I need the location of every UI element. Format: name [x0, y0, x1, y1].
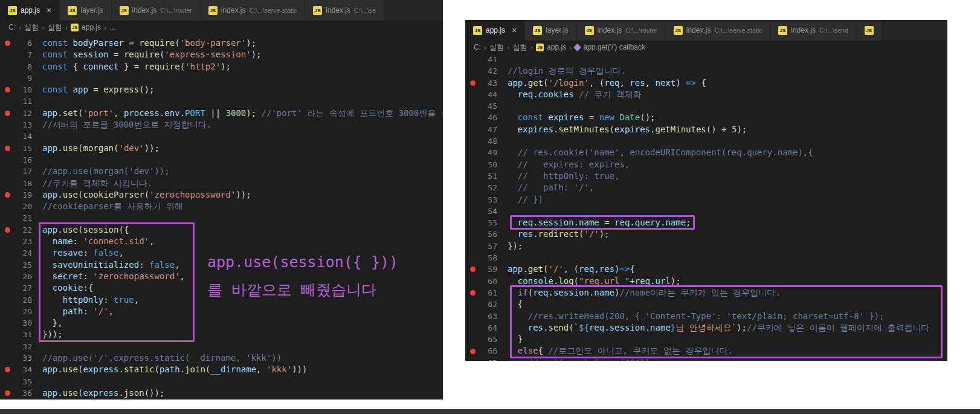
breadcrumb-item[interactable]: JSapp.js: [71, 23, 101, 31]
code-line[interactable]: 30 },: [0, 317, 443, 329]
breadcrumb-item[interactable]: ...: [109, 23, 115, 31]
breakpoint-dot[interactable]: [470, 302, 475, 307]
breakpoint-dot[interactable]: [470, 255, 475, 260]
breakpoint-dot[interactable]: [5, 250, 10, 256]
code-line[interactable]: 12app.set('port', process.env.PORT || 30…: [0, 108, 443, 119]
code-line[interactable]: 47 expires.setMinutes(expires.getMinutes…: [465, 124, 947, 135]
breakpoint-dot[interactable]: [470, 197, 475, 202]
code-line[interactable]: 22app.use(session({: [0, 224, 443, 236]
code-line[interactable]: 15app.use(morgan('dev'));: [0, 143, 443, 154]
breakpoint-dot[interactable]: [5, 262, 10, 268]
breakpoint-dot[interactable]: [5, 99, 10, 105]
code-line[interactable]: 21: [0, 212, 443, 224]
code-line[interactable]: 64 res.send(`${req.session.name}님 안녕하세요`…: [465, 322, 947, 334]
tab-app.js[interactable]: JSapp.js×: [0, 0, 60, 21]
breakpoint-dot[interactable]: [5, 192, 10, 198]
code-line[interactable]: 9: [0, 73, 443, 84]
code-line[interactable]: 36app.use(express.json());: [0, 387, 443, 399]
breakpoint-dot[interactable]: [5, 239, 10, 244]
breakpoint-dot[interactable]: [470, 150, 475, 156]
breakpoint-dot[interactable]: [470, 267, 475, 272]
code-line[interactable]: 42//login 경로의 경우입니다.: [465, 65, 947, 77]
code-line[interactable]: 48: [465, 135, 947, 147]
breakpoint-dot[interactable]: [470, 138, 475, 144]
breakpoint-dot[interactable]: [470, 232, 475, 238]
breakpoint-dot[interactable]: [5, 320, 10, 326]
code-line[interactable]: 33//app.use('/',express.static(__dirname…: [0, 352, 443, 364]
breakpoint-dot[interactable]: [5, 216, 10, 221]
code-line[interactable]: 18//쿠키를 객체화 시킵니다.: [0, 178, 443, 189]
code-line[interactable]: 31}));: [0, 329, 443, 340]
code-line[interactable]: 20//cookieparser를 사용하기 위해: [0, 201, 443, 212]
code-line[interactable]: 19app.use(cookieParser('zerochopassword'…: [0, 189, 443, 201]
tab-index.js[interactable]: JSindex.jsC:\...\router: [577, 20, 666, 40]
code-line[interactable]: 50 // expires: expires,: [465, 159, 947, 170]
breakpoint-dot[interactable]: [470, 92, 475, 97]
breakpoint-dot[interactable]: [470, 57, 475, 62]
code-line[interactable]: 43app.get('/login', (req, res, next) => …: [465, 77, 947, 89]
breakpoint-dot[interactable]: [470, 349, 475, 354]
breakpoint-dot[interactable]: [470, 244, 475, 249]
close-icon[interactable]: ×: [47, 6, 51, 15]
tab-layer.js[interactable]: JSlayer.js: [525, 20, 576, 40]
breakpoint-dot[interactable]: [470, 127, 475, 132]
breakpoint-dot[interactable]: [470, 80, 475, 86]
code-editor[interactable]: 6const bodyParser = require('body-parser…: [0, 34, 443, 399]
code-line[interactable]: 58: [465, 252, 947, 264]
code-line[interactable]: 56 res.redirect('/');: [465, 228, 947, 240]
breakpoint-dot[interactable]: [5, 367, 10, 372]
breakpoint-dot[interactable]: [470, 325, 475, 331]
breadcrumb-item[interactable]: 실험: [48, 22, 62, 33]
tab-app.js[interactable]: JSapp.js×: [465, 20, 525, 40]
code-line[interactable]: 34app.use(express.static(path.join(__dir…: [0, 364, 443, 375]
code-line[interactable]: 32: [0, 341, 443, 352]
code-line[interactable]: 6const bodyParser = require('body-parser…: [0, 37, 443, 49]
breakpoint-dot[interactable]: [5, 204, 10, 209]
code-line[interactable]: 11: [0, 95, 443, 107]
code-line[interactable]: 35: [0, 376, 443, 387]
breadcrumb-item[interactable]: C:: [8, 23, 16, 31]
breadcrumb-item[interactable]: 실험: [24, 22, 39, 33]
code-line[interactable]: 55 req.session.name = req.query.name;: [465, 217, 947, 228]
breakpoint-dot[interactable]: [470, 115, 475, 121]
code-line[interactable]: 66 else{ //로그인도 아니고, 쿠키도 없는 경우입니다.: [465, 345, 947, 357]
tab-partial[interactable]: JS: [857, 20, 882, 40]
breakpoint-dot[interactable]: [5, 64, 10, 70]
breakpoint-dot[interactable]: [470, 162, 475, 167]
breakpoint-dot[interactable]: [470, 314, 475, 319]
code-line[interactable]: 52 // path: '/',: [465, 182, 947, 193]
code-line[interactable]: 45: [465, 100, 947, 112]
code-line[interactable]: 54: [465, 205, 947, 217]
tab-index.js[interactable]: JSindex.jsC:\...\serve-static: [666, 20, 770, 40]
code-line[interactable]: 23 name: 'connect.sid',: [0, 236, 443, 247]
code-line[interactable]: 67 //next(createError(404));: [465, 357, 947, 361]
code-line[interactable]: 63 //res.writeHead(200, { 'Content-Type'…: [465, 311, 947, 322]
code-line[interactable]: 59app.get('/', (req,res)=>{: [465, 264, 947, 275]
breakpoint-dot[interactable]: [5, 355, 10, 361]
breadcrumb-item[interactable]: app.get('/') callback: [575, 43, 645, 51]
tab-index.js[interactable]: JSindex.jsC:\...\serve-static: [201, 0, 305, 21]
breakpoint-dot[interactable]: [470, 337, 475, 342]
code-editor[interactable]: 4142//login 경로의 경우입니다.43app.get('/login'…: [465, 54, 947, 361]
breakpoint-dot[interactable]: [470, 173, 475, 179]
code-line[interactable]: 44 req.cookies // 쿠키 객체화: [465, 89, 947, 100]
breadcrumb-item[interactable]: 실험: [513, 42, 527, 53]
breakpoint-dot[interactable]: [5, 122, 10, 128]
tab-index.js[interactable]: JSindex.jsC:\...\send: [770, 20, 857, 40]
breadcrumb-item[interactable]: 실험: [489, 42, 504, 53]
code-line[interactable]: 13//서버의 포트를 3000번으로 지정합니다.: [0, 119, 443, 131]
breakpoint-dot[interactable]: [5, 390, 10, 396]
code-line[interactable]: 62 {: [465, 299, 947, 310]
tab-index.js[interactable]: JSindex.jsC:\...\se: [305, 0, 384, 21]
breakpoint-dot[interactable]: [5, 285, 10, 291]
breakpoint-dot[interactable]: [470, 68, 475, 74]
code-line[interactable]: 7const session = require('express-sessio…: [0, 49, 443, 60]
breakpoint-dot[interactable]: [470, 279, 475, 284]
breadcrumb-item[interactable]: C:: [474, 43, 481, 51]
code-line[interactable]: 41: [465, 54, 947, 65]
close-icon[interactable]: ×: [512, 26, 517, 34]
code-line[interactable]: 57});: [465, 241, 947, 252]
breakpoint-dot[interactable]: [5, 332, 10, 338]
breakpoint-dot[interactable]: [5, 169, 10, 174]
code-line[interactable]: 8const { connect } = require('http2');: [0, 61, 443, 73]
